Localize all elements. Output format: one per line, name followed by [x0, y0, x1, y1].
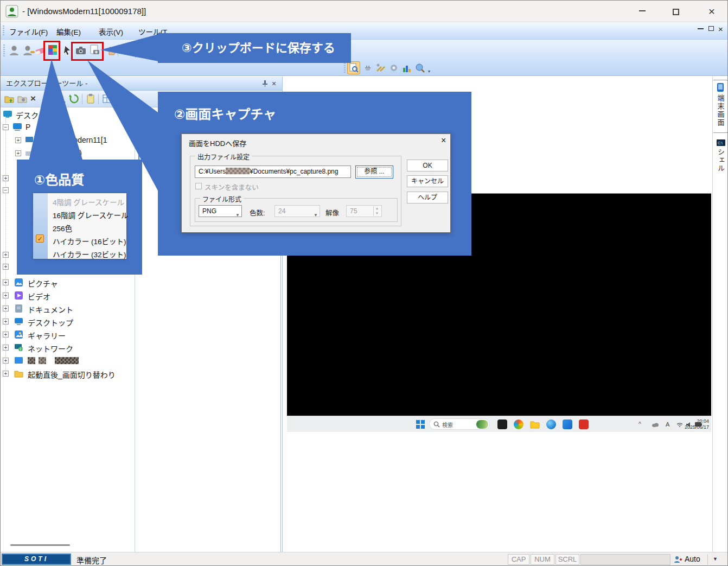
mdi-minimize-icon[interactable]	[698, 28, 704, 29]
mdi-restore-icon[interactable]	[708, 26, 714, 31]
tree-expander[interactable]: +	[3, 252, 9, 258]
tray-cloud-icon[interactable]	[652, 422, 659, 427]
tray-ime-icon[interactable]: A	[666, 421, 669, 428]
mdi-close-icon[interactable]: ×	[718, 24, 723, 34]
videos-icon	[14, 291, 23, 300]
dpi-spinner[interactable]: 75 ▲▼	[346, 205, 382, 217]
menu-edit[interactable]: 編集(E)	[56, 26, 81, 37]
disconnect-user-icon[interactable]	[22, 44, 35, 57]
chevron-down-icon: ▼	[235, 209, 240, 217]
side-tab-strip: 端末画面 C:\ シェル	[712, 77, 728, 552]
spinner-buttons[interactable]: ▲▼	[373, 206, 380, 216]
search-highlight-image	[476, 420, 488, 429]
gear-icon[interactable]	[388, 62, 399, 73]
refresh-icon[interactable]	[69, 93, 80, 104]
tree-expander[interactable]: +	[3, 264, 9, 270]
explorer-panel-header: エクスプローラーツール - ×	[1, 77, 282, 91]
desktop-icon	[3, 110, 12, 119]
tray-chevron-up-icon[interactable]: ^	[638, 421, 641, 427]
tree-hscrollbar-thumb[interactable]	[10, 544, 70, 546]
output-path-field[interactable]: C:¥Users¥Documents¥pc_capture8.png	[195, 166, 351, 178]
device-icon	[25, 136, 34, 144]
delete-icon[interactable]: ×	[30, 93, 36, 104]
file-format-group: ファイル形式 PNG▼ 色数: 24▼ 解像 75 ▲▼	[195, 198, 398, 222]
callout1-label: ①色品質	[34, 169, 84, 188]
remote-taskbar[interactable]: 検索 ^ A 20:04 2025/06/17	[287, 416, 711, 432]
colors-label: 色数:	[250, 207, 265, 218]
redacted-device-icon	[14, 357, 23, 365]
callout3-save-to-clipboard: ③クリップボードに保存する	[158, 33, 351, 63]
plug-icon[interactable]	[362, 62, 373, 73]
device-screen-icon	[717, 82, 724, 92]
taskbar-edge-icon[interactable]	[546, 419, 556, 429]
connect-user-icon[interactable]	[8, 44, 21, 57]
toolbar-separator	[82, 94, 82, 104]
taskbar-copilot-icon[interactable]	[514, 419, 523, 429]
menu-item-highcolor32[interactable]: ハイカラー (32ビット)	[53, 249, 126, 259]
taskbar-app-notebook-icon[interactable]	[497, 419, 507, 429]
menu-item-4gray[interactable]: 4階調 グレースケール	[53, 196, 124, 207]
save-screen-dialog: 画面をHDDへ保存 × 出力ファイル設定 C:¥Users¥Documents¥…	[181, 133, 451, 233]
ok-button[interactable]: OK	[407, 160, 448, 171]
svg-text:C:\: C:\	[718, 141, 723, 145]
toolbar-grip	[3, 44, 5, 56]
redacted-username	[226, 168, 250, 174]
toolbar-grip	[344, 63, 346, 74]
toolbar-separator	[98, 94, 99, 104]
help-button[interactable]: ヘルプ	[407, 192, 448, 203]
menu-gutter	[33, 193, 48, 259]
pin-icon[interactable]	[261, 80, 269, 87]
tree-expander[interactable]: +	[3, 175, 9, 181]
skin-checkbox[interactable]	[195, 183, 202, 189]
menu-item-256color[interactable]: 256色	[53, 222, 72, 233]
tab-shell[interactable]: C:\ シェル	[713, 137, 728, 184]
dpi-label: 解像	[325, 207, 339, 218]
tree-expander[interactable]: −	[3, 187, 9, 193]
status-spare-pane	[580, 554, 670, 565]
taskbar-explorer-icon[interactable]	[530, 419, 540, 429]
colors-combobox[interactable]: 24▼	[274, 205, 320, 217]
path-prefix: C:¥Users	[199, 168, 226, 175]
quality-dropdown-icon[interactable]: ▼	[713, 556, 718, 562]
desktop-folder-icon	[14, 317, 23, 326]
menu-view[interactable]: 表示(V)	[99, 26, 123, 37]
folder-capture-icon[interactable]	[17, 93, 28, 104]
panel-close-icon[interactable]: ×	[272, 77, 276, 91]
maximize-button[interactable]	[663, 1, 688, 22]
callout1-color-quality: ①色品質 4階調 グレースケール 16階調 グレースケール 256色 ✓ ハイカ…	[17, 160, 142, 275]
web-search-icon[interactable]	[414, 62, 425, 73]
quality-mode-value[interactable]: Auto	[685, 555, 700, 563]
folder-icon	[14, 370, 23, 378]
menu-file[interactable]: ファイル(F)	[9, 26, 48, 37]
clipboard-icon[interactable]	[85, 93, 96, 104]
toolbar-grip	[3, 26, 4, 36]
pictures-icon	[14, 278, 23, 287]
folder-upload-icon[interactable]	[4, 93, 15, 104]
menu-item-16gray[interactable]: 16階調 グレースケール	[53, 209, 129, 220]
redacted-label-block	[55, 357, 79, 364]
browse-button[interactable]: 参照 ...	[355, 166, 393, 179]
taskbar-app-red-icon[interactable]	[579, 419, 589, 429]
network-icon	[14, 343, 23, 352]
cancel-button[interactable]: キャンセル	[407, 175, 448, 187]
tools-icon[interactable]	[375, 62, 386, 73]
menu-item-highcolor16[interactable]: ハイカラー (16ビット)	[53, 236, 126, 246]
windows-start-icon[interactable]	[416, 420, 425, 429]
highlight-capture-buttons	[71, 42, 104, 61]
taskbar-search-box[interactable]: 検索	[429, 418, 490, 430]
redacted-label-block	[39, 357, 46, 364]
close-button[interactable]: ×	[699, 1, 724, 22]
toolbar-overflow-icon[interactable]: ▾	[428, 69, 430, 74]
taskbar-clock[interactable]: 20:04 2025/06/17	[679, 418, 709, 430]
clock-time: 20:04	[679, 418, 709, 424]
taskbar-photos-icon[interactable]	[563, 419, 572, 429]
file-explorer-tool-button[interactable]	[347, 61, 360, 74]
format-combobox[interactable]: PNG▼	[199, 205, 242, 217]
minimize-button[interactable]	[630, 1, 655, 22]
status-divider	[707, 554, 708, 565]
tab-device-screen[interactable]: 端末画面	[713, 80, 728, 133]
bar-chart-icon[interactable]	[401, 62, 412, 73]
monitor-icon	[12, 123, 22, 132]
dialog-close-icon[interactable]: ×	[441, 136, 446, 145]
shell-console-icon: C:\	[717, 139, 725, 146]
